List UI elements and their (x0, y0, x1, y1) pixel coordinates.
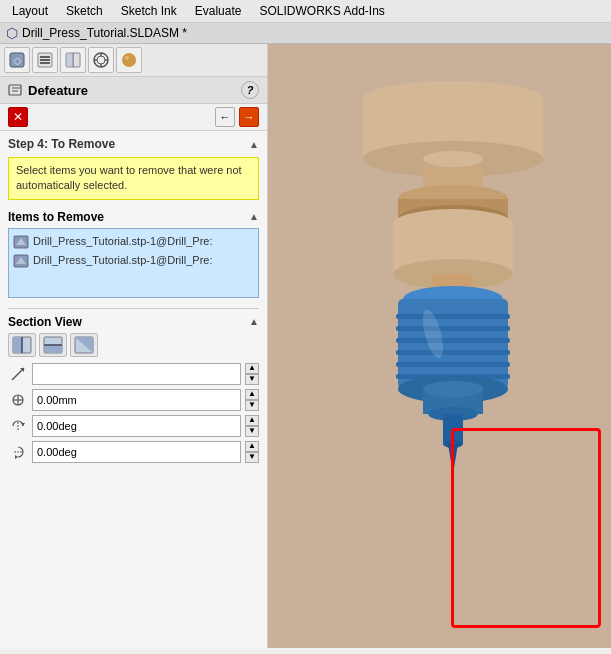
svg-rect-72 (396, 350, 510, 355)
sv-toolbar (8, 333, 259, 357)
menu-evaluate[interactable]: Evaluate (187, 2, 250, 20)
next-button[interactable]: → (239, 107, 259, 127)
xrot-icon (8, 416, 28, 436)
toolbar-row: ⬡ (0, 44, 267, 77)
menu-bar: Layout Sketch Sketch Ink Evaluate SOLIDW… (0, 0, 611, 23)
view-lines-btn[interactable] (32, 47, 58, 73)
section-view-label: Section View (8, 315, 82, 329)
yrot-down-btn[interactable]: ▼ (245, 452, 259, 463)
svg-point-16 (125, 56, 129, 60)
list-item: Drill_Press_Tutorial.stp-1@Drill_Pre: (13, 252, 254, 270)
step-collapse-btn[interactable]: ▲ (249, 139, 259, 150)
svg-rect-70 (396, 326, 510, 331)
section-divider (8, 308, 259, 309)
arrow-icon (8, 364, 28, 384)
items-section-header: Items to Remove ▲ (8, 210, 259, 224)
menu-layout[interactable]: Layout (4, 2, 56, 20)
view-orientation-btn[interactable]: ⬡ (4, 47, 30, 73)
svg-text:⬡: ⬡ (14, 57, 21, 66)
offset-input[interactable] (32, 389, 241, 411)
svg-rect-69 (396, 314, 510, 319)
menu-sketch-ink[interactable]: Sketch Ink (113, 2, 185, 20)
sv-button-1[interactable] (8, 333, 36, 357)
defeature-icon (8, 83, 24, 97)
svg-rect-8 (66, 53, 73, 67)
direction-up-btn[interactable]: ▲ (245, 363, 259, 374)
panel-title-text: Defeature (28, 83, 88, 98)
svg-point-77 (423, 381, 483, 397)
svg-rect-28 (44, 345, 62, 353)
svg-rect-73 (396, 362, 510, 367)
input-row-offset: ▲ ▼ (8, 389, 259, 411)
panel-content: Step 4: To Remove ▲ Select items you wan… (0, 131, 267, 648)
panel-controls: ? (241, 81, 259, 99)
part-icon-1 (13, 234, 29, 250)
direction-down-btn[interactable]: ▼ (245, 374, 259, 385)
yrot-icon (8, 442, 28, 462)
xrot-spinner: ▲ ▼ (245, 415, 259, 437)
offset-down-btn[interactable]: ▼ (245, 400, 259, 411)
svg-point-15 (122, 53, 136, 67)
yrot-up-btn[interactable]: ▲ (245, 441, 259, 452)
doc-title: Drill_Press_Tutorial.SLDASM * (22, 26, 187, 40)
doc-title-bar: ⬡ Drill_Press_Tutorial.SLDASM * (0, 23, 611, 44)
close-button[interactable]: ✕ (8, 107, 28, 127)
items-section-label: Items to Remove (8, 210, 104, 224)
selection-outline-box (451, 428, 601, 628)
panel-header: Defeature ? (0, 77, 267, 104)
part-icon-2 (13, 253, 29, 269)
main-area: ⬡ Defeature (0, 44, 611, 648)
right-panel: ▶ Drill_Press_Tutorial (Defa... (268, 44, 611, 648)
svg-marker-37 (21, 423, 25, 426)
sv-button-2[interactable] (39, 333, 67, 357)
list-item-text-2: Drill_Press_Tutorial.stp-1@Drill_Pre: (33, 252, 212, 270)
offset-icon (8, 390, 28, 410)
panel-title: Defeature (8, 83, 88, 98)
step-label: Step 4: To Remove (8, 137, 115, 151)
warning-box: Select items you want to remove that wer… (8, 157, 259, 200)
back-button[interactable]: ← (215, 107, 235, 127)
svg-point-10 (97, 56, 105, 64)
direction-input[interactable] (32, 363, 241, 385)
section-view-area: Section View ▲ (8, 315, 259, 463)
menu-addins[interactable]: SOLIDWORKS Add-Ins (251, 2, 392, 20)
sv-button-3[interactable] (70, 333, 98, 357)
list-item: Drill_Press_Tutorial.stp-1@Drill_Pre: (13, 233, 254, 251)
step-header: Step 4: To Remove ▲ (8, 137, 259, 151)
xrot-down-btn[interactable]: ▼ (245, 426, 259, 437)
help-button[interactable]: ? (241, 81, 259, 99)
target-btn[interactable] (88, 47, 114, 73)
input-row-xrot: ▲ ▼ (8, 415, 259, 437)
yrot-input[interactable] (32, 441, 241, 463)
svg-rect-25 (13, 337, 22, 353)
items-collapse-btn[interactable]: ▲ (249, 211, 259, 222)
xrot-input[interactable] (32, 415, 241, 437)
direction-spinner: ▲ ▼ (245, 363, 259, 385)
left-panel: ⬡ Defeature (0, 44, 268, 648)
menu-sketch[interactable]: Sketch (58, 2, 111, 20)
list-item-text-1: Drill_Press_Tutorial.stp-1@Drill_Pre: (33, 233, 212, 251)
offset-spinner: ▲ ▼ (245, 389, 259, 411)
offset-up-btn[interactable]: ▲ (245, 389, 259, 400)
yrot-spinner: ▲ ▼ (245, 441, 259, 463)
assembly-icon: ⬡ (6, 25, 18, 41)
svg-point-58 (423, 151, 483, 167)
view-section-btn[interactable] (60, 47, 86, 73)
svg-rect-17 (9, 85, 21, 95)
xrot-up-btn[interactable]: ▲ (245, 415, 259, 426)
input-row-yrot: ▲ ▼ (8, 441, 259, 463)
section-view-header: Section View ▲ (8, 315, 259, 329)
svg-rect-71 (396, 338, 510, 343)
svg-marker-39 (15, 455, 18, 459)
display-style-btn[interactable] (116, 47, 142, 73)
section-view-collapse-btn[interactable]: ▲ (249, 316, 259, 327)
input-row-arrow: ▲ ▼ (8, 363, 259, 385)
items-list-box[interactable]: Drill_Press_Tutorial.stp-1@Drill_Pre: Dr… (8, 228, 259, 298)
